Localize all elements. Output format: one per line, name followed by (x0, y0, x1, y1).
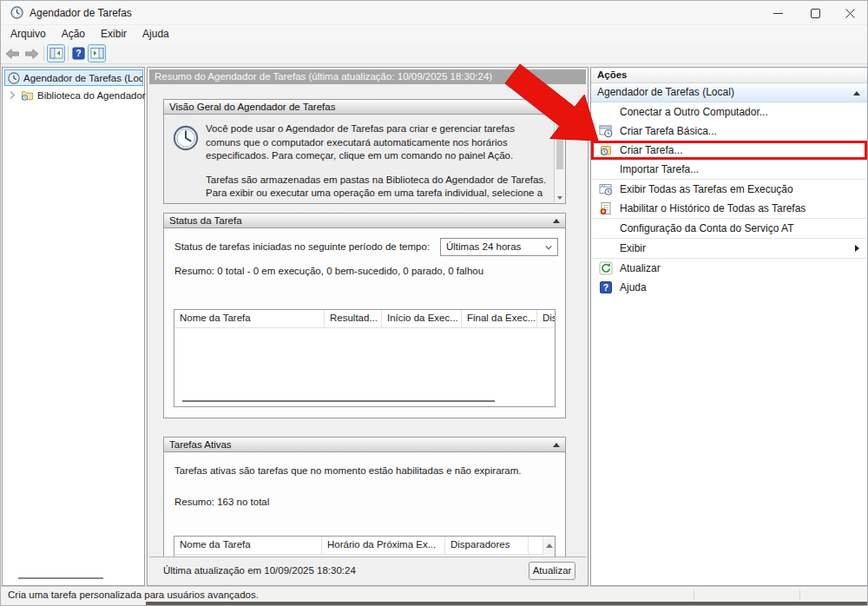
action-label: Exibir (620, 242, 646, 254)
close-icon (845, 9, 855, 18)
scroll-down-arrow[interactable] (557, 196, 562, 200)
status-table-header: Nome da Tarefa Resultad... Início da Exe… (174, 310, 555, 328)
toolbar-separator (43, 46, 44, 61)
scrollbar-thumb[interactable] (556, 126, 563, 169)
back-arrow-icon (4, 48, 20, 60)
active-tasks-section-header[interactable]: Tarefas Ativas (164, 438, 565, 452)
period-dropdown-value: Últimas 24 horas (446, 241, 521, 252)
menu-exibir[interactable]: Exibir (93, 25, 135, 43)
menu-ajuda[interactable]: Ajuda (135, 25, 177, 43)
menu-arquivo[interactable]: Arquivo (3, 25, 54, 43)
action-label: Importar Tarefa... (620, 163, 699, 175)
status-bar-divider (799, 590, 800, 601)
overview-text: Você pode usar o Agendador de Tarefas pa… (206, 122, 548, 203)
console-tree-pane: Agendador de Tarefas (Local) Biblioteca … (2, 67, 145, 586)
toggle-console-tree-button[interactable] (47, 44, 65, 63)
horizontal-scrollbar-thumb[interactable] (182, 400, 495, 402)
collapse-icon[interactable] (553, 443, 560, 447)
collapse-icon[interactable] (553, 219, 560, 223)
active-tasks-title: Tarefas Ativas (169, 439, 232, 450)
active-tasks-table: Nome da Tarefa Horário da Próxima Ex... … (174, 536, 556, 557)
overview-title: Visão Geral do Agendador de Tarefas (169, 102, 335, 112)
back-button[interactable] (3, 44, 21, 63)
create-basic-task-icon (599, 124, 613, 138)
status-bar-text: Cria uma tarefa personalizada para usuár… (8, 590, 259, 600)
status-summary-text: Resumo: 0 total - 0 em execução, 0 bem-s… (174, 266, 483, 276)
action-label: Configuração da Conta do Serviço AT (620, 222, 794, 234)
task-status-section-header[interactable]: Status da Tarefa (164, 214, 565, 228)
svg-text:?: ? (603, 282, 608, 293)
tree-item-label: Biblioteca do Agendador (37, 90, 146, 101)
help-button[interactable]: ? (70, 44, 86, 63)
menu-acao[interactable]: Ação (54, 25, 93, 43)
library-folder-icon (21, 89, 34, 102)
action-enable-all-tasks-history[interactable]: Habilitar o Histórico de Todas as Tarefa… (591, 199, 867, 218)
action-import-task[interactable]: Importar Tarefa... (591, 160, 867, 179)
period-dropdown[interactable]: Últimas 24 horas (440, 238, 558, 256)
actions-pane: Ações Agendador de Tarefas (Local) Conec… (590, 67, 868, 586)
column-header[interactable]: Resultad... (325, 310, 382, 327)
refresh-button[interactable]: Atualizar (529, 562, 575, 580)
forward-button[interactable] (23, 44, 41, 63)
maximize-button[interactable] (799, 1, 832, 25)
console-tree-icon (49, 47, 63, 60)
title-bar: Agendador de Tarefas (1, 1, 867, 25)
action-create-task[interactable]: Criar Tarefa... (591, 141, 867, 160)
task-status-title: Status da Tarefa (169, 215, 242, 226)
column-header[interactable]: Final da Exec... (462, 310, 537, 327)
toolbar-separator (68, 46, 69, 61)
column-header[interactable]: Nome da Tarefa (174, 537, 322, 554)
minimize-button[interactable] (761, 1, 794, 25)
clock-app-icon (10, 6, 23, 19)
action-refresh[interactable]: Atualizar (591, 259, 867, 278)
action-view-submenu[interactable]: Exibir (591, 239, 867, 258)
desktop-edge (146, 602, 867, 605)
status-table: Nome da Tarefa Resultad... Início da Exe… (174, 309, 556, 407)
column-header[interactable]: Dis (537, 310, 555, 327)
maximize-icon (811, 9, 820, 18)
active-tasks-description: Tarefas ativas são tarefas que no moment… (174, 465, 522, 476)
active-tasks-summary: Resumo: 163 no total (174, 497, 269, 507)
collapse-icon[interactable] (853, 91, 860, 96)
svg-text:?: ? (76, 49, 81, 58)
action-display-running-tasks[interactable]: Exibir Todas as Tarefas em Execução (591, 180, 867, 199)
clock-icon (8, 72, 20, 84)
column-header[interactable]: Nome da Tarefa (174, 310, 325, 327)
table-scroll-button[interactable] (542, 537, 555, 555)
action-help[interactable]: ? Ajuda (591, 278, 867, 297)
tree-item-task-scheduler-local[interactable]: Agendador de Tarefas (Local) (4, 69, 143, 86)
actions-group-header[interactable]: Agendador de Tarefas (Local) (591, 83, 867, 102)
action-label: Conectar a Outro Computador... (620, 106, 768, 118)
overview-paragraph-1: Você pode usar o Agendador de Tarefas pa… (206, 122, 548, 163)
action-at-service-account-configuration[interactable]: Configuração da Conta do Serviço AT (591, 219, 867, 238)
task-scheduler-window: Agendador de Tarefas Arquivo Ação Exibir… (0, 0, 868, 606)
scroll-up-arrow[interactable] (557, 118, 562, 122)
active-tasks-table-header: Nome da Tarefa Horário da Próxima Ex... … (174, 537, 555, 555)
column-header[interactable]: Horário da Próxima Ex... (322, 537, 445, 554)
overview-section-header[interactable]: Visão Geral do Agendador de Tarefas (164, 100, 554, 115)
close-button[interactable] (833, 1, 866, 25)
submenu-arrow-icon (855, 245, 859, 252)
task-status-section: Status da Tarefa Status de tarefas inici… (163, 213, 566, 418)
help-icon: ? (72, 47, 85, 60)
scrollbar-thumb[interactable] (18, 577, 103, 579)
tree-horizontal-scrollbar[interactable] (4, 572, 142, 583)
action-label: Habilitar o Histórico de Todas as Tarefa… (620, 202, 806, 214)
chevron-expand-icon[interactable] (9, 90, 16, 100)
action-pane-icon (90, 47, 104, 60)
action-label: Criar Tarefa Básica... (620, 125, 717, 137)
column-header[interactable]: Disparadores (445, 537, 529, 554)
status-bar-divider (694, 590, 694, 601)
overview-body: Você pode usar o Agendador de Tarefas pa… (164, 115, 565, 203)
overview-paragraph-2: Tarefas são armazenadas em pastas na Bib… (206, 174, 548, 204)
action-create-basic-task[interactable]: Criar Tarefa Básica... (591, 122, 867, 141)
toggle-action-pane-button[interactable] (88, 44, 106, 63)
action-label: Exibir Todas as Tarefas em Execução (620, 183, 793, 195)
task-status-body: Status de tarefas iniciadas no seguinte … (164, 228, 565, 418)
overview-vertical-scrollbar[interactable] (554, 115, 565, 203)
action-connect-another-computer[interactable]: Conectar a Outro Computador... (591, 102, 867, 122)
action-label: Ajuda (620, 281, 647, 293)
tree-item-task-scheduler-library[interactable]: Biblioteca do Agendador (3, 87, 146, 103)
column-header[interactable]: Início da Exec... (382, 310, 462, 327)
minimize-icon (773, 9, 783, 18)
